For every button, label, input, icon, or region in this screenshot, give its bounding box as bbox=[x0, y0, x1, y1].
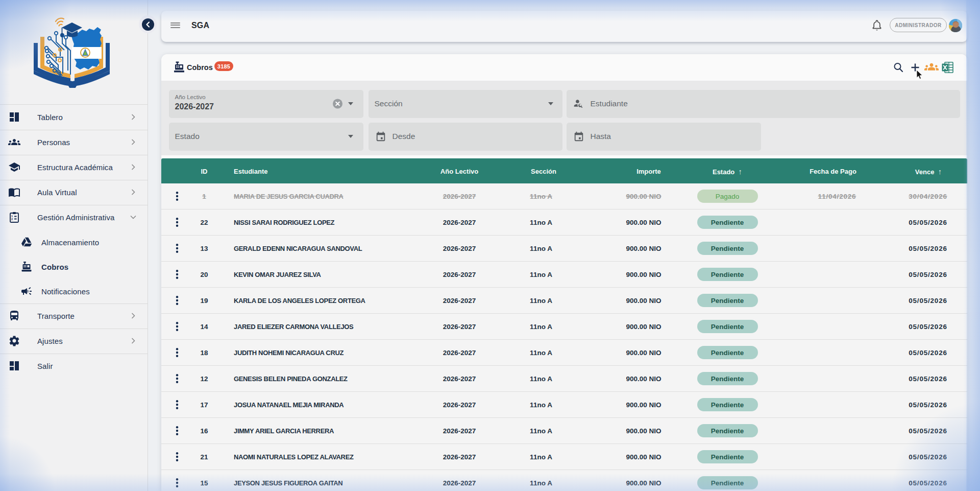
svg-text:2: 2 bbox=[11, 218, 13, 221]
